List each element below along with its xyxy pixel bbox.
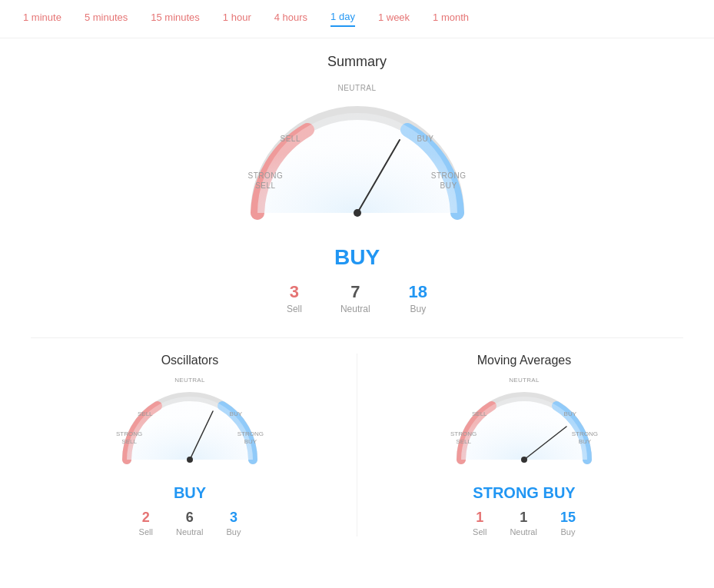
osc-sell-count: 2 Sell: [139, 510, 153, 537]
bottom-sections: Oscillators: [31, 354, 683, 537]
moving-averages-section: Moving Averages: [365, 354, 683, 537]
oscillators-counts: 2 Sell 6 Neutral 3 Buy: [31, 510, 349, 537]
ma-sell-count: 1 Sell: [473, 510, 487, 537]
tab-4hours[interactable]: 4 hours: [274, 12, 307, 26]
osc-label-neutral: NEUTRAL: [174, 377, 204, 384]
oscillators-section: Oscillators: [31, 354, 349, 537]
summary-section: Summary: [31, 54, 683, 314]
osc-label-strong-buy: STRONGBUY: [237, 430, 264, 447]
tab-15min[interactable]: 15 minutes: [151, 12, 200, 26]
oscillators-gauge: NEUTRAL SELL BUY STRONGSELL STRONGBUY: [113, 377, 267, 477]
summary-neutral-count: 7 Neutral: [340, 282, 370, 314]
osc-buy-count: 3 Buy: [226, 510, 241, 537]
moving-averages-signal: STRONG BUY: [365, 484, 683, 502]
gauge-label-strong-sell: STRONGSELL: [248, 171, 284, 191]
main-content: Summary: [0, 38, 714, 560]
osc-label-sell: SELL: [138, 410, 153, 417]
ma-label-neutral: NEUTRAL: [509, 377, 539, 384]
ma-label-sell: SELL: [472, 410, 487, 417]
ma-buy-count: 15 Buy: [560, 510, 576, 537]
oscillators-signal: BUY: [31, 484, 349, 502]
tab-1hour[interactable]: 1 hour: [223, 12, 251, 26]
summary-signal: BUY: [31, 245, 683, 270]
osc-neutral-count: 6 Neutral: [176, 510, 203, 537]
summary-sell-count: 3 Sell: [287, 282, 302, 314]
moving-averages-gauge: NEUTRAL SELL BUY STRONGSELL STRONGBUY: [447, 377, 601, 477]
vertical-divider: [357, 354, 357, 537]
ma-label-strong-sell: STRONGSELL: [450, 430, 477, 447]
tab-1min[interactable]: 1 minute: [23, 12, 61, 26]
time-tabs-bar: 1 minute 5 minutes 15 minutes 1 hour 4 h…: [0, 0, 714, 38]
gauge-label-strong-buy: STRONGBUY: [431, 171, 467, 191]
osc-label-strong-sell: STRONGSELL: [116, 430, 142, 447]
osc-label-buy: BUY: [230, 410, 242, 417]
tab-1month[interactable]: 1 month: [433, 12, 469, 26]
ma-label-buy: BUY: [564, 410, 576, 417]
oscillators-title: Oscillators: [31, 354, 349, 367]
summary-title: Summary: [31, 54, 683, 70]
moving-averages-title: Moving Averages: [365, 354, 683, 367]
ma-neutral-count: 1 Neutral: [510, 510, 536, 537]
moving-averages-counts: 1 Sell 1 Neutral 15 Buy: [365, 510, 683, 537]
section-divider: [31, 337, 683, 338]
summary-gauge: NEUTRAL SELL BUY STRONGSELL STRONGBUY: [234, 82, 480, 236]
gauge-label-sell: SELL: [281, 135, 301, 143]
gauge-label-buy: BUY: [417, 135, 433, 143]
summary-counts: 3 Sell 7 Neutral 18 Buy: [31, 282, 683, 314]
gauge-label-neutral: NEUTRAL: [337, 84, 376, 92]
summary-buy-count: 18 Buy: [409, 282, 427, 314]
tab-5min[interactable]: 5 minutes: [85, 12, 128, 26]
ma-label-strong-buy: STRONGBUY: [572, 430, 598, 447]
tab-1week[interactable]: 1 week: [378, 12, 410, 26]
tab-1day[interactable]: 1 day: [330, 11, 355, 27]
